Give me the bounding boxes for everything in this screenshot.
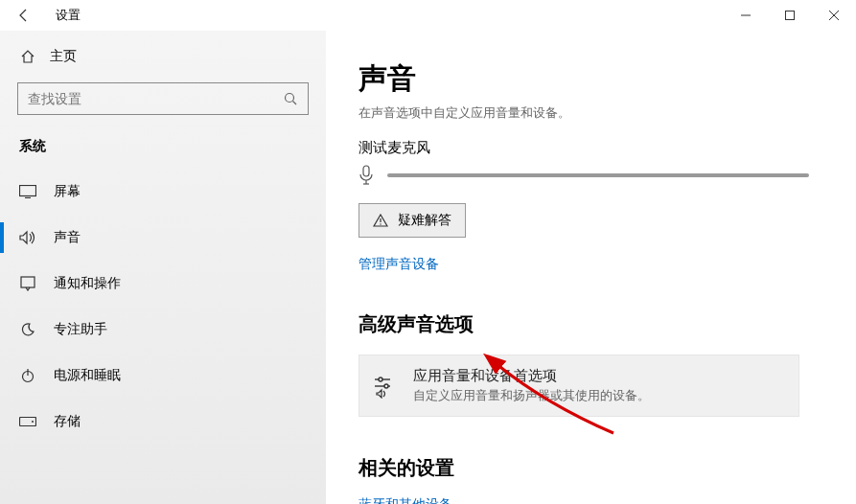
display-icon — [19, 183, 36, 200]
arrow-left-icon — [16, 8, 32, 23]
related-settings-header: 相关的设置 — [359, 455, 823, 481]
svg-line-5 — [293, 102, 297, 105]
sidebar-item-notifications[interactable]: 通知和操作 — [0, 261, 326, 307]
search-icon — [283, 91, 298, 106]
svg-rect-1 — [786, 11, 795, 20]
sidebar-section-header: 系统 — [0, 132, 326, 169]
card-subtitle: 自定义应用音量和扬声器或其使用的设备。 — [413, 387, 650, 404]
minimize-button[interactable] — [724, 0, 768, 31]
sidebar-item-label: 存储 — [54, 413, 81, 430]
card-title: 应用音量和设备首选项 — [413, 367, 650, 385]
minimize-icon — [741, 11, 751, 20]
sliders-icon — [373, 374, 398, 399]
svg-point-12 — [32, 421, 34, 423]
focus-icon — [19, 321, 36, 338]
advanced-sound-header: 高级声音选项 — [359, 311, 823, 337]
sidebar-item-label: 专注助手 — [54, 321, 107, 338]
sidebar-item-storage[interactable]: 存储 — [0, 399, 326, 445]
svg-point-4 — [286, 94, 294, 103]
home-label: 主页 — [50, 48, 77, 65]
window-title: 设置 — [56, 7, 81, 24]
sidebar-item-label: 通知和操作 — [54, 275, 121, 292]
maximize-icon — [785, 11, 795, 20]
home-icon — [19, 48, 36, 65]
page-title: 声音 — [359, 59, 823, 99]
notification-icon — [19, 275, 36, 292]
close-icon — [829, 11, 839, 20]
sidebar-item-label: 声音 — [54, 229, 81, 246]
main-content: 声音 在声音选项中自定义应用音量和设备。 测试麦克风 疑难解答 管理声音设备 高… — [326, 31, 856, 504]
mic-test-label: 测试麦克风 — [359, 139, 823, 157]
sidebar: 主页 系统 屏幕 声音 通知 — [0, 31, 326, 504]
close-button[interactable] — [812, 0, 856, 31]
sidebar-item-power[interactable]: 电源和睡眠 — [0, 353, 326, 399]
sidebar-item-sound[interactable]: 声音 — [0, 215, 326, 261]
microphone-icon — [359, 165, 374, 186]
sidebar-item-focus[interactable]: 专注助手 — [0, 307, 326, 353]
svg-point-17 — [380, 223, 381, 224]
sound-icon — [19, 229, 36, 246]
svg-rect-8 — [21, 277, 35, 287]
back-button[interactable] — [0, 0, 48, 31]
sidebar-item-label: 屏幕 — [54, 183, 81, 200]
svg-rect-13 — [363, 166, 369, 176]
svg-point-21 — [384, 384, 388, 388]
sidebar-item-display[interactable]: 屏幕 — [0, 169, 326, 215]
troubleshoot-button[interactable]: 疑难解答 — [359, 203, 466, 238]
manage-sound-devices-link[interactable]: 管理声音设备 — [359, 256, 439, 273]
sidebar-item-label: 电源和睡眠 — [54, 367, 121, 384]
page-subtitle: 在声音选项中自定义应用音量和设备。 — [359, 104, 823, 122]
power-icon — [19, 367, 36, 384]
home-button[interactable]: 主页 — [0, 38, 326, 75]
troubleshoot-label: 疑难解答 — [398, 212, 451, 229]
storage-icon — [19, 413, 36, 430]
bluetooth-link[interactable]: 蓝牙和其他设备 — [359, 496, 823, 504]
search-input[interactable] — [28, 91, 283, 106]
warning-icon — [373, 214, 388, 227]
app-volume-card[interactable]: 应用音量和设备首选项 自定义应用音量和扬声器或其使用的设备。 — [359, 355, 799, 417]
svg-rect-6 — [20, 186, 36, 196]
search-input-container[interactable] — [17, 82, 309, 115]
mic-level-bar — [387, 173, 809, 177]
maximize-button[interactable] — [768, 0, 812, 31]
svg-point-19 — [379, 378, 382, 381]
